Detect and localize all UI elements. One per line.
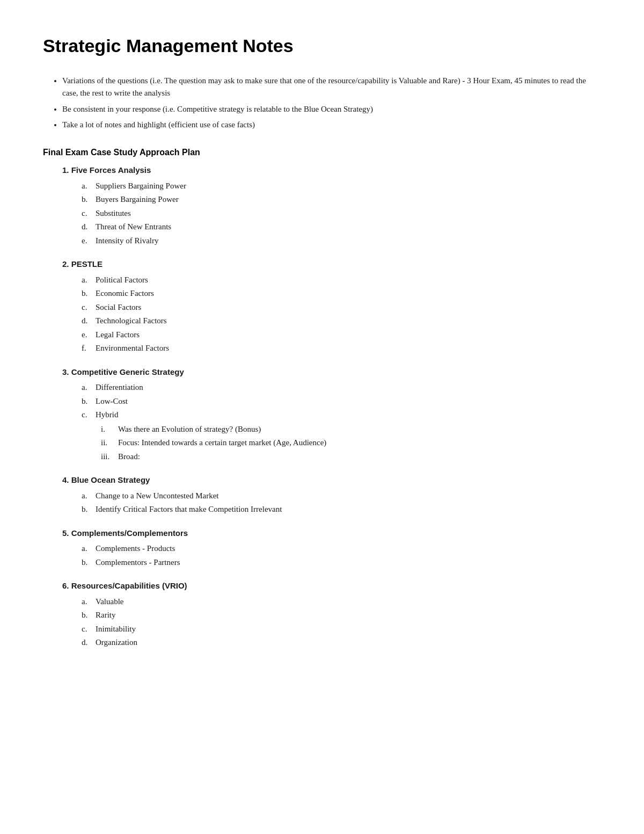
numbered-item-label-1: 2. PESTLE bbox=[43, 258, 601, 271]
alpha-list-1: a.Political Factorsb.Economic Factorsc.S… bbox=[43, 274, 601, 354]
alpha-item-2-1: b.Low-Cost bbox=[82, 395, 601, 408]
alpha-item-1-0: a.Political Factors bbox=[82, 274, 601, 286]
alpha-item-5-0: a.Valuable bbox=[82, 596, 601, 608]
numbered-item-0: 1. Five Forces Analysisa.Suppliers Barga… bbox=[43, 164, 601, 246]
alpha-item-1-5: f.Environmental Factors bbox=[82, 342, 601, 354]
numbered-item-1: 2. PESTLEa.Political Factorsb.Economic F… bbox=[43, 258, 601, 354]
numbered-item-3: 4. Blue Ocean Strategya.Change to a New … bbox=[43, 474, 601, 516]
alpha-item-4-1: b.Complementors - Partners bbox=[82, 556, 601, 569]
alpha-item-1-3: d.Technological Factors bbox=[82, 315, 601, 327]
alpha-item-0-4: e.Intensity of Rivalry bbox=[82, 235, 601, 247]
bullet-item-2: Take a lot of notes and highlight (effic… bbox=[62, 119, 601, 131]
alpha-item-0-1: b.Buyers Bargaining Power bbox=[82, 193, 601, 206]
alpha-list-4: a.Complements - Productsb.Complementors … bbox=[43, 542, 601, 568]
numbered-item-5: 6. Resources/Capabilities (VRIO)a.Valuab… bbox=[43, 580, 601, 649]
numbered-item-label-0: 1. Five Forces Analysis bbox=[43, 164, 601, 177]
bullet-item-0: Variations of the questions (i.e. The qu… bbox=[62, 75, 601, 100]
alpha-item-0-3: d.Threat of New Entrants bbox=[82, 221, 601, 233]
roman-item-2-0: i.Was there an Evolution of strategy? (B… bbox=[101, 423, 601, 436]
alpha-list-3: a.Change to a New Uncontested Marketb.Id… bbox=[43, 490, 601, 516]
page-title: Strategic Management Notes bbox=[43, 32, 601, 60]
section-heading: Final Exam Case Study Approach Plan bbox=[43, 146, 601, 159]
roman-item-2-1: ii.Focus: Intended towards a certain tar… bbox=[101, 437, 601, 449]
alpha-item-1-2: c.Social Factors bbox=[82, 301, 601, 314]
alpha-item-2-2: c.Hybrid bbox=[82, 409, 601, 421]
alpha-item-5-1: b.Rarity bbox=[82, 609, 601, 621]
alpha-list-5: a.Valuableb.Rarityc.Inimitabilityd.Organ… bbox=[43, 596, 601, 649]
roman-item-2-2: iii.Broad: bbox=[101, 451, 601, 463]
intro-bullets: Variations of the questions (i.e. The qu… bbox=[43, 75, 601, 131]
alpha-item-1-1: b.Economic Factors bbox=[82, 287, 601, 300]
numbered-item-label-4: 5. Complements/Complementors bbox=[43, 527, 601, 540]
numbered-item-2: 3. Competitive Generic Strategya.Differe… bbox=[43, 366, 601, 463]
alpha-item-3-0: a.Change to a New Uncontested Market bbox=[82, 490, 601, 502]
numbered-list: 1. Five Forces Analysisa.Suppliers Barga… bbox=[43, 164, 601, 649]
bullet-item-1: Be consistent in your response (i.e. Com… bbox=[62, 103, 601, 115]
alpha-item-3-1: b.Identify Critical Factors that make Co… bbox=[82, 503, 601, 516]
numbered-item-label-5: 6. Resources/Capabilities (VRIO) bbox=[43, 580, 601, 592]
alpha-item-0-0: a.Suppliers Bargaining Power bbox=[82, 180, 601, 192]
numbered-item-4: 5. Complements/Complementorsa.Complement… bbox=[43, 527, 601, 569]
alpha-item-5-3: d.Organization bbox=[82, 636, 601, 649]
alpha-list-2: a.Differentiationb.Low-Costc.Hybridi.Was… bbox=[43, 381, 601, 462]
alpha-list-0: a.Suppliers Bargaining Powerb.Buyers Bar… bbox=[43, 180, 601, 247]
alpha-item-5-2: c.Inimitability bbox=[82, 623, 601, 635]
alpha-item-1-4: e.Legal Factors bbox=[82, 329, 601, 341]
alpha-item-2-0: a.Differentiation bbox=[82, 381, 601, 394]
numbered-item-label-2: 3. Competitive Generic Strategy bbox=[43, 366, 601, 379]
alpha-item-4-0: a.Complements - Products bbox=[82, 542, 601, 555]
numbered-item-label-3: 4. Blue Ocean Strategy bbox=[43, 474, 601, 487]
alpha-item-0-2: c.Substitutes bbox=[82, 207, 601, 220]
roman-list-2: i.Was there an Evolution of strategy? (B… bbox=[82, 423, 601, 463]
